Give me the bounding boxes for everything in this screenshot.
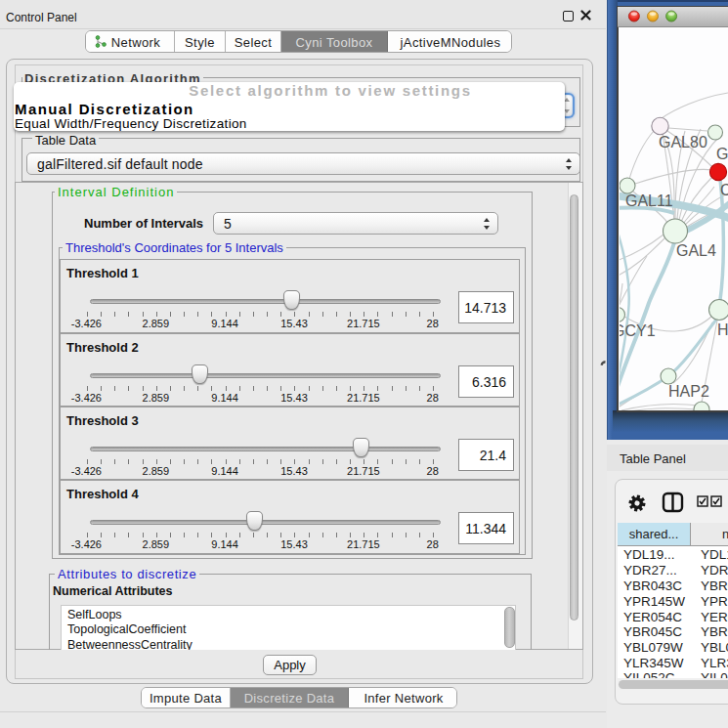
svg-text:GAL4: GAL4 [676,242,716,259]
svg-text:HAP2: HAP2 [668,383,709,400]
svg-text:GAL11: GAL11 [625,193,673,209]
svg-text:GCY1: GCY1 [620,322,656,339]
svg-text:GA: GA [716,146,728,162]
svg-text:C: C [720,182,728,198]
svg-text:GAL80: GAL80 [659,134,707,150]
svg-text:H: H [717,321,728,338]
